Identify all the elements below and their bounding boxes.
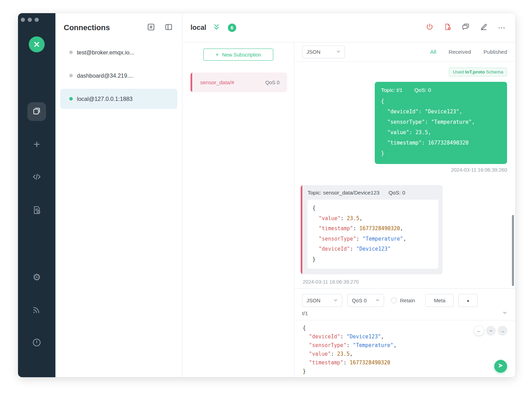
publish-topic-input[interactable]: t/1 xyxy=(294,310,515,320)
retain-label: Retain xyxy=(400,297,415,303)
gear-icon: ⚙ xyxy=(33,272,41,283)
retain-radio xyxy=(391,297,397,303)
window-maximize-button[interactable] xyxy=(35,18,39,22)
plus-icon: + xyxy=(215,52,219,58)
pencil-icon xyxy=(480,23,488,32)
publish-topic-value: t/1 xyxy=(302,310,308,317)
connection-item[interactable]: local@127.0.0.1:1883 xyxy=(60,89,177,109)
message-format-value: JSON xyxy=(307,49,320,55)
schema-badge-prefix: Used xyxy=(453,69,465,75)
paper-plane-icon xyxy=(498,363,504,370)
connection-label: dashboard@34.219.... xyxy=(77,72,134,79)
more-options-button[interactable]: ⋯ xyxy=(498,24,506,32)
chevron-down-icon xyxy=(375,297,380,303)
chevron-down-icon xyxy=(336,49,340,55)
connection-status-dot xyxy=(69,51,73,54)
subscription-item[interactable]: sensor_data/#QoS 0 xyxy=(190,72,287,92)
add-connection-button[interactable] xyxy=(147,24,155,32)
nav-log-button[interactable] xyxy=(32,206,42,216)
nav-settings-button[interactable]: ⚙ xyxy=(31,272,42,283)
collapse-panel-button[interactable] xyxy=(165,24,173,32)
code-line: "sensorType": "Temperature", xyxy=(303,341,515,350)
subscription-topic: sensor_data/# xyxy=(200,79,265,86)
history-back-button[interactable]: ← xyxy=(474,326,484,336)
message-list: Used IoT.proto Schema Topic: t/1 QoS: 0 … xyxy=(294,62,515,288)
nav-new-connection-button[interactable]: + xyxy=(30,138,43,150)
code-line: { xyxy=(381,96,501,106)
window-minimize-button[interactable] xyxy=(28,18,32,22)
connections-title: Connections xyxy=(64,23,147,32)
published-timestamp: 2024-03-11 16:06:39:260 xyxy=(451,167,507,173)
received-payload: { "value": 23.5, "timestamp": 1677328490… xyxy=(308,200,438,269)
code-line: { xyxy=(312,203,434,214)
edit-connection-button[interactable] xyxy=(480,24,488,32)
code-line: "deviceId": "Device123", xyxy=(381,106,501,117)
header-actions: ⋯ xyxy=(426,24,506,32)
window-close-button[interactable] xyxy=(21,18,25,22)
message-filters: AllReceivedPublished xyxy=(430,49,507,55)
meta-button[interactable]: Meta xyxy=(425,294,454,307)
received-timestamp: 2024-03-11 16:06:39:270 xyxy=(303,279,359,285)
published-topic: Topic: t/1 xyxy=(381,87,402,93)
code-line: "value": 23.5, xyxy=(303,350,515,358)
received-topic: Topic: sensor_data/Device123 xyxy=(308,190,380,196)
connection-item[interactable]: dashboard@34.219.... xyxy=(60,66,177,86)
subscription-qos: QoS 0 xyxy=(265,80,280,85)
code-line: "value": 23.5, xyxy=(312,214,434,224)
publish-format-select[interactable]: JSON xyxy=(302,294,342,307)
publish-panel: JSON QoS 0 xyxy=(294,288,515,377)
connection-status-dot xyxy=(69,97,73,101)
send-button[interactable] xyxy=(494,360,507,373)
schema-badge-name: IoT.proto xyxy=(465,69,485,75)
connection-list: test@broker.emqx.io...dashboard@34.219..… xyxy=(55,42,182,112)
filter-received[interactable]: Received xyxy=(449,49,471,55)
retain-toggle[interactable]: Retain xyxy=(391,297,415,303)
code-line: "timestamp": 1677328490320 xyxy=(381,138,501,148)
nav-broadcast-button[interactable] xyxy=(32,305,42,315)
schema-badge: Used IoT.proto Schema xyxy=(449,68,507,76)
publish-qos-select[interactable]: QoS 0 xyxy=(347,294,384,307)
plus-icon: + xyxy=(34,138,40,151)
power-icon xyxy=(426,23,434,32)
info-icon xyxy=(32,338,42,349)
broadcast-icon xyxy=(32,305,42,316)
published-payload: { "deviceId": "Device123", "sensorType":… xyxy=(381,96,501,158)
publish-qos-value: QoS 0 xyxy=(352,297,367,303)
chevron-down-icon xyxy=(334,297,338,303)
published-qos: QoS: 0 xyxy=(414,87,431,93)
chat-icon xyxy=(462,23,470,32)
clear-messages-button[interactable] xyxy=(444,24,452,32)
filter-all[interactable]: All xyxy=(430,49,436,55)
new-subscription-button[interactable]: + New Subscription xyxy=(203,49,273,61)
message-format-select[interactable]: JSON xyxy=(302,45,345,58)
message-count-badge: 6 xyxy=(228,24,236,32)
new-message-pair-button[interactable] xyxy=(462,24,470,32)
code-icon xyxy=(32,172,42,183)
history-forward-button[interactable]: → xyxy=(498,326,507,336)
nav-script-button[interactable] xyxy=(32,173,42,182)
nav-connections-button[interactable] xyxy=(27,102,46,121)
main-area: local 6 xyxy=(183,13,515,377)
connection-label: local@127.0.0.1:1883 xyxy=(77,96,133,102)
disconnect-button[interactable] xyxy=(426,24,434,32)
collapse-publish-button[interactable]: ▲ xyxy=(458,294,478,307)
nav-about-button[interactable] xyxy=(32,338,42,348)
subscriptions-panel: + New Subscription sensor_data/#QoS 0 xyxy=(183,42,294,377)
code-line: "sensorType": "Temperature", xyxy=(381,117,501,127)
mqttx-logo xyxy=(29,36,45,52)
connection-expand-button[interactable] xyxy=(213,23,220,32)
history-remove-button[interactable]: − xyxy=(486,326,496,336)
connections-header: Connections xyxy=(55,13,182,42)
filter-published[interactable]: Published xyxy=(484,49,507,55)
messages-scrollbar[interactable] xyxy=(512,215,514,286)
app-sidebar: + ⚙ xyxy=(18,13,55,377)
subscription-list: sensor_data/#QoS 0 xyxy=(183,72,294,92)
code-line: } xyxy=(312,254,434,265)
app-window: + ⚙ xyxy=(18,13,515,377)
code-line: "value": 23.5, xyxy=(381,127,501,138)
main-header: local 6 xyxy=(183,13,515,42)
connections-panel: Connections test@broker.emqx.io...dashbo… xyxy=(55,13,183,377)
connection-item[interactable]: test@broker.emqx.io... xyxy=(60,42,177,62)
received-qos: QoS: 0 xyxy=(389,190,405,196)
code-line: } xyxy=(381,148,501,158)
